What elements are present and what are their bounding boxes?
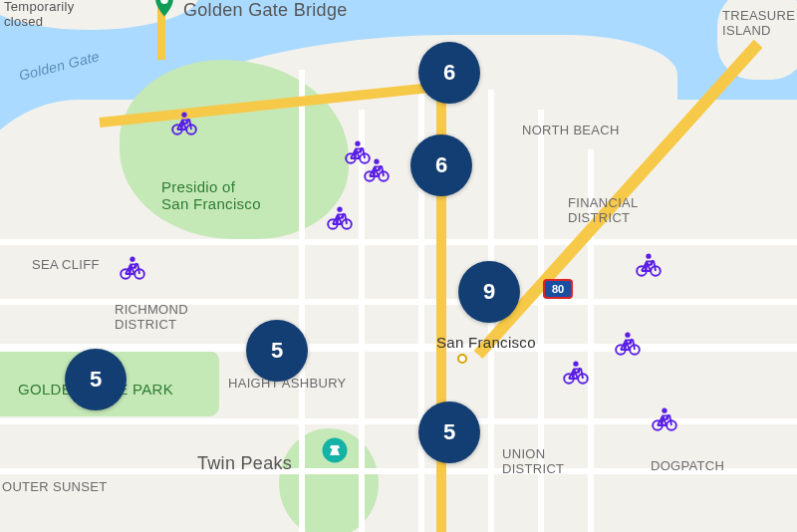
cluster-count: 6 [443,60,455,86]
hwy-shield-80: 80 [543,279,573,299]
cluster-count: 6 [435,152,447,178]
road-grid [588,149,594,532]
cluster-marker[interactable]: 6 [410,134,472,196]
water-label: Golden Gate [17,48,101,84]
cluster-count: 5 [271,338,283,364]
cluster-count: 5 [443,419,455,445]
road-grid [418,60,424,532]
cluster-marker[interactable]: 5 [418,401,480,463]
road-grid [0,299,797,305]
bike-icon[interactable] [363,155,391,183]
bike-icon[interactable] [651,404,678,432]
bike-icon[interactable] [614,329,642,357]
bridge-label: Golden Gate Bridge [183,0,348,21]
cluster-count: 5 [90,367,102,393]
cluster-marker[interactable]: 9 [458,261,520,323]
land-east [717,279,797,532]
cluster-marker[interactable]: 5 [246,320,308,382]
bike-icon[interactable] [170,109,198,136]
bike-icon[interactable] [119,253,146,281]
cluster-marker[interactable]: 5 [65,349,127,410]
city-marker [457,354,467,364]
road-grid [0,239,797,245]
bridge-pin-icon [149,0,179,19]
bike-icon[interactable] [562,358,590,386]
road-grid [0,468,797,474]
bike-icon[interactable] [326,203,354,231]
cluster-marker[interactable]: 6 [418,42,480,104]
road-grid [0,344,797,352]
cluster-count: 9 [483,279,495,305]
bike-icon[interactable] [635,250,663,278]
twin-peaks-pin-icon [320,435,350,465]
hwy-shield-text: 80 [552,283,564,295]
map-canvas[interactable]: Golden Gate Bridge Temporarily closed Go… [0,0,797,532]
